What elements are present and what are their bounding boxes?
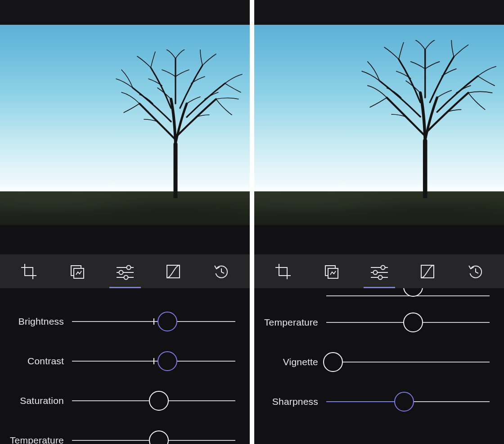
slider-label: Brightness [4, 316, 72, 327]
adjustments-panel[interactable]: TemperatureVignetteSharpness [254, 288, 504, 444]
slider[interactable] [72, 431, 245, 444]
slider-row: Sharpness [259, 382, 500, 421]
tab-crop[interactable] [9, 254, 49, 288]
tab-crop[interactable] [263, 254, 303, 288]
slider[interactable] [326, 313, 500, 331]
slider[interactable] [326, 353, 500, 371]
slider[interactable] [72, 313, 245, 331]
photo-tree [353, 40, 502, 198]
history-icon [467, 263, 485, 281]
slider-thumb[interactable] [149, 391, 169, 411]
tab-curves[interactable] [153, 254, 194, 288]
tool-tabs [254, 254, 504, 288]
status-bar [0, 0, 250, 25]
slider[interactable] [72, 352, 245, 370]
editor-pane-right: TemperatureVignetteSharpness [254, 0, 504, 444]
svg-point-6 [119, 270, 123, 274]
curves-icon [164, 263, 182, 281]
sliders-icon [369, 263, 390, 281]
slider-row: Vignette [259, 342, 500, 382]
status-bar [254, 0, 504, 25]
slider-row: Temperature [259, 303, 500, 342]
filters-icon [68, 263, 86, 281]
slider-label: Temperature [4, 435, 72, 444]
svg-point-15 [373, 270, 377, 274]
photo-tree [108, 50, 248, 198]
slider[interactable] [72, 392, 245, 410]
svg-point-13 [381, 265, 385, 269]
slider-label: Vignette [259, 357, 326, 367]
history-icon [212, 263, 230, 281]
slider-row: Temperature [4, 421, 245, 444]
slider-thumb[interactable] [323, 352, 343, 372]
slider-thumb[interactable] [394, 392, 414, 412]
tool-tabs [0, 254, 250, 288]
slider[interactable] [326, 288, 500, 305]
tab-filters[interactable] [311, 254, 351, 288]
slider-label: Saturation [4, 395, 72, 406]
slider-row: Contrast [4, 341, 245, 381]
svg-point-4 [126, 265, 130, 269]
slider-thumb[interactable] [403, 313, 423, 332]
crop-icon [274, 263, 292, 281]
slider-row [259, 289, 500, 303]
image-preview[interactable] [0, 25, 250, 225]
tab-adjust[interactable] [105, 254, 145, 288]
slider-thumb[interactable] [158, 312, 177, 331]
slider-thumb[interactable] [158, 351, 177, 371]
slider[interactable] [326, 393, 500, 411]
tab-adjust[interactable] [359, 254, 400, 288]
tab-filters[interactable] [57, 254, 97, 288]
svg-point-8 [124, 275, 128, 279]
svg-point-17 [378, 275, 382, 279]
crop-icon [20, 263, 38, 281]
slider-label: Sharpness [259, 396, 326, 407]
tab-curves[interactable] [407, 254, 448, 288]
tab-revert[interactable] [455, 254, 496, 288]
filters-icon [322, 263, 340, 281]
sliders-icon [115, 263, 135, 281]
slider-row: Brightness [4, 302, 245, 341]
slider-thumb[interactable] [149, 430, 169, 444]
adjustments-panel[interactable]: BrightnessContrastSaturationTemperature [0, 288, 250, 444]
slider-row: Saturation [4, 381, 245, 421]
editor-pane-left: BrightnessContrastSaturationTemperature [0, 0, 250, 444]
image-preview[interactable] [254, 25, 504, 225]
slider-label: Temperature [259, 317, 326, 328]
slider-label: Contrast [4, 356, 72, 367]
tab-revert[interactable] [201, 254, 242, 288]
curves-icon [418, 263, 436, 281]
